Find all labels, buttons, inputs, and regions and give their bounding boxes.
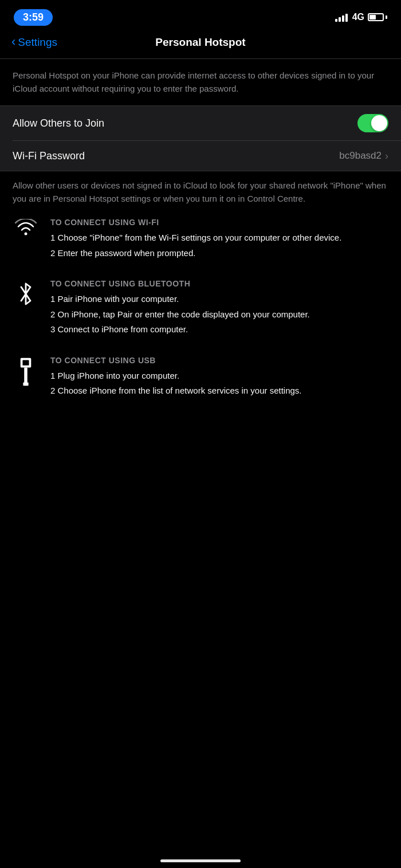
wifi-connection-content: TO CONNECT USING WI-FI 1 Choose "iPhone"… <box>50 218 388 262</box>
wifi-step-1: 1 Choose "iPhone" from the Wi-Fi setting… <box>50 231 388 245</box>
usb-step-2: 2 Choose iPhone from the list of network… <box>50 384 388 398</box>
battery-icon <box>368 13 387 21</box>
usb-connection-item: TO CONNECT USING USB 1 Plug iPhone into … <box>13 356 388 400</box>
wifi-password-value: bc9basd2 <box>339 150 382 162</box>
bt-step-2: 2 On iPhone, tap Pair or enter the code … <box>50 308 388 321</box>
status-icons: 4G <box>335 12 387 22</box>
back-label: Settings <box>18 36 57 49</box>
bt-step-1: 1 Pair iPhone with your computer. <box>50 293 388 306</box>
usb-step-1: 1 Plug iPhone into your computer. <box>50 370 388 383</box>
signal-strength-icon <box>335 13 348 22</box>
connection-instructions: TO CONNECT USING WI-FI 1 Choose "iPhone"… <box>0 218 401 400</box>
secondary-description-text: Allow other users or devices not signed … <box>13 179 388 205</box>
network-type-label: 4G <box>352 12 364 22</box>
allow-others-row[interactable]: Allow Others to Join <box>0 106 401 140</box>
nav-bar: ‹ Settings Personal Hotspot <box>0 31 401 58</box>
usb-connection-title: TO CONNECT USING USB <box>50 356 388 365</box>
wifi-password-label: Wi-Fi Password <box>13 150 85 162</box>
bt-step-3: 3 Connect to iPhone from computer. <box>50 323 388 336</box>
bluetooth-connection-title: TO CONNECT USING BLUETOOTH <box>50 279 388 288</box>
wifi-connection-title: TO CONNECT USING WI-FI <box>50 218 388 227</box>
wifi-step-2: 2 Enter the password when prompted. <box>50 247 388 260</box>
settings-card: Allow Others to Join Wi-Fi Password bc9b… <box>0 106 401 171</box>
allow-others-label: Allow Others to Join <box>13 117 104 129</box>
bluetooth-connection-item: TO CONNECT USING BLUETOOTH 1 Pair iPhone… <box>13 279 388 339</box>
wifi-password-value-group: bc9basd2 › <box>339 150 388 162</box>
back-button[interactable]: ‹ Settings <box>11 36 57 49</box>
usb-connection-content: TO CONNECT USING USB 1 Plug iPhone into … <box>50 356 388 400</box>
allow-others-toggle[interactable] <box>357 114 388 132</box>
top-description-block: Personal Hotspot on your iPhone can prov… <box>0 59 401 105</box>
toggle-knob <box>371 115 387 131</box>
wifi-connection-item: TO CONNECT USING WI-FI 1 Choose "iPhone"… <box>13 218 388 262</box>
svg-rect-4 <box>23 382 28 386</box>
chevron-right-icon: › <box>385 150 388 162</box>
status-bar: 3:59 4G <box>0 0 401 31</box>
wifi-password-row[interactable]: Wi-Fi Password bc9basd2 › <box>0 141 401 171</box>
page-title: Personal Hotspot <box>155 36 245 49</box>
home-indicator <box>160 859 241 862</box>
bluetooth-icon <box>13 279 39 308</box>
time-display: 3:59 <box>14 9 53 26</box>
wifi-icon <box>13 218 39 236</box>
bluetooth-connection-content: TO CONNECT USING BLUETOOTH 1 Pair iPhone… <box>50 279 388 339</box>
back-chevron-icon: ‹ <box>11 34 15 49</box>
usb-icon <box>13 356 39 387</box>
top-description-text: Personal Hotspot on your iPhone can prov… <box>13 69 388 95</box>
secondary-description-block: Allow other users or devices not signed … <box>0 171 401 218</box>
svg-rect-2 <box>22 360 29 365</box>
svg-point-0 <box>25 233 27 235</box>
svg-rect-3 <box>24 367 27 384</box>
